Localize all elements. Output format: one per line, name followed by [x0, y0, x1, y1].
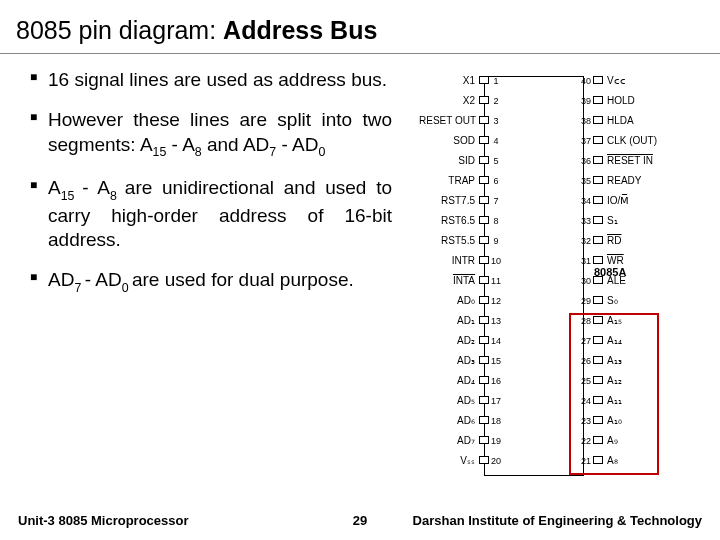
pin-label: Vᴄᴄ — [607, 76, 663, 86]
pin-label: RESET IN — [607, 156, 663, 166]
pin-box-icon — [479, 176, 489, 184]
pin-box-icon — [479, 416, 489, 424]
pin-label: AD₄ — [419, 376, 475, 386]
pin-left-15: AD₃15 — [406, 356, 498, 366]
pin-label: WR — [607, 256, 663, 266]
pin-box-icon — [479, 236, 489, 244]
pin-box-icon — [593, 156, 603, 164]
pin-right-29: 29S₀ — [584, 296, 663, 306]
pin-box-icon — [479, 136, 489, 144]
pin-label: S₀ — [607, 296, 663, 306]
slide-title: 8085 pin diagram: Address Bus — [0, 0, 720, 54]
bullet-list: 16 signal lines are used as address bus.… — [0, 68, 400, 490]
pin-label: S₁ — [607, 216, 663, 226]
pin-label: SID — [419, 156, 475, 166]
pin-number: 18 — [489, 416, 503, 426]
pin-label: HLDA — [607, 116, 663, 126]
pin-label: ALE — [607, 276, 663, 286]
pin-left-11: INTA11 — [406, 276, 498, 286]
pin-number: 14 — [489, 336, 503, 346]
pin-left-14: AD₂14 — [406, 336, 498, 346]
pin-left-17: AD₅17 — [406, 396, 498, 406]
pin-box-icon — [479, 456, 489, 464]
highlight-address-bus — [569, 313, 659, 475]
pin-box-icon — [593, 136, 603, 144]
pin-label: Vₛₛ — [419, 456, 475, 466]
pin-box-icon — [479, 156, 489, 164]
pin-label: X2 — [419, 96, 475, 106]
pin-label: X1 — [419, 76, 475, 86]
pin-label: INTR — [419, 256, 475, 266]
pin-label: RST7.5 — [419, 196, 475, 206]
pin-box-icon — [593, 96, 603, 104]
footer-institute: Darshan Institute of Engineering & Techn… — [390, 513, 702, 528]
content-area: 16 signal lines are used as address bus.… — [0, 54, 720, 490]
pin-diagram: 8085A X11X22RESET OUT3SOD4SID5TRAP6RST7.… — [400, 68, 720, 490]
pin-right-40: 40Vᴄᴄ — [584, 76, 663, 86]
pin-number: 35 — [579, 176, 593, 186]
pin-left-16: AD₄16 — [406, 376, 498, 386]
pin-number: 10 — [489, 256, 503, 266]
pin-number: 2 — [489, 96, 503, 106]
title-main: Address Bus — [223, 16, 377, 44]
pin-box-icon — [479, 256, 489, 264]
pin-label: RST6.5 — [419, 216, 475, 226]
pin-right-36: 36RESET IN — [584, 156, 663, 166]
pin-label: AD₅ — [419, 396, 475, 406]
pin-label: AD₃ — [419, 356, 475, 366]
bullet-1: 16 signal lines are used as address bus. — [30, 68, 392, 92]
pin-box-icon — [593, 76, 603, 84]
pin-number: 4 — [489, 136, 503, 146]
pin-box-icon — [593, 236, 603, 244]
pin-number: 34 — [579, 196, 593, 206]
pin-left-8: RST6.58 — [406, 216, 498, 226]
pin-number: 7 — [489, 196, 503, 206]
pin-label: AD₆ — [419, 416, 475, 426]
pin-number: 19 — [489, 436, 503, 446]
pin-number: 30 — [579, 276, 593, 286]
pin-left-12: AD₀12 — [406, 296, 498, 306]
pin-label: AD₁ — [419, 316, 475, 326]
pin-box-icon — [593, 276, 603, 284]
pin-label: RESET OUT — [419, 116, 475, 126]
pin-left-3: RESET OUT3 — [406, 116, 498, 126]
pin-box-icon — [479, 116, 489, 124]
pin-left-5: SID5 — [406, 156, 498, 166]
pin-box-icon — [479, 196, 489, 204]
pin-box-icon — [479, 396, 489, 404]
pin-label: INTA — [419, 276, 475, 286]
pin-label: RST5.5 — [419, 236, 475, 246]
pin-number: 6 — [489, 176, 503, 186]
pin-left-10: INTR10 — [406, 256, 498, 266]
pin-number: 33 — [579, 216, 593, 226]
pin-right-35: 35READY — [584, 176, 663, 186]
pin-number: 11 — [489, 276, 503, 286]
pin-number: 20 — [489, 456, 503, 466]
pin-right-33: 33S₁ — [584, 216, 663, 226]
pin-label: SOD — [419, 136, 475, 146]
pin-label: RD — [607, 236, 663, 246]
title-prefix: 8085 pin diagram: — [16, 16, 223, 44]
pin-box-icon — [479, 336, 489, 344]
pin-number: 1 — [489, 76, 503, 86]
bullet-2: However these lines are split into two s… — [30, 108, 392, 160]
pin-label: IO/M̅ — [607, 196, 663, 206]
pin-left-2: X22 — [406, 96, 498, 106]
pin-box-icon — [479, 356, 489, 364]
pin-right-30: 30ALE — [584, 276, 663, 286]
pin-box-icon — [479, 216, 489, 224]
pin-number: 16 — [489, 376, 503, 386]
pin-right-34: 34IO/M̅ — [584, 196, 663, 206]
pin-box-icon — [593, 196, 603, 204]
pin-number: 17 — [489, 396, 503, 406]
pin-right-32: 32RD — [584, 236, 663, 246]
pin-left-6: TRAP6 — [406, 176, 498, 186]
pin-left-18: AD₆18 — [406, 416, 498, 426]
pin-box-icon — [479, 276, 489, 284]
pin-number: 31 — [579, 256, 593, 266]
pin-number: 9 — [489, 236, 503, 246]
pin-left-9: RST5.59 — [406, 236, 498, 246]
pin-box-icon — [479, 436, 489, 444]
pin-number: 5 — [489, 156, 503, 166]
pin-number: 39 — [579, 96, 593, 106]
